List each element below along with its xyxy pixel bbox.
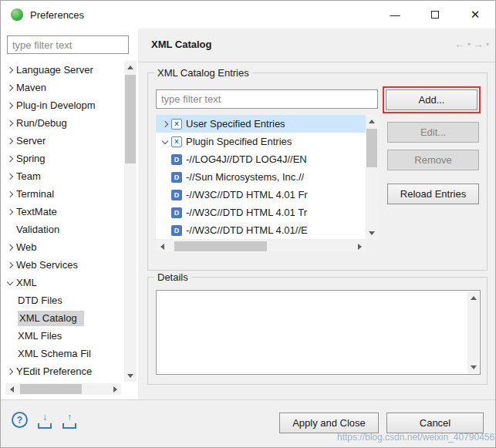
entries-vertical-scrollbar[interactable] [366, 115, 378, 239]
xml-catalog-entries-group: XML Catalog Entries Add... Edit... Remov… [147, 72, 488, 271]
sidebar-item-yedit-preferences[interactable]: YEdit Preference [1, 362, 124, 380]
edit-button[interactable]: Edit... [387, 122, 479, 143]
maximize-button[interactable] [415, 1, 455, 29]
triangle-down-icon [369, 231, 375, 235]
remove-button[interactable]: Remove [387, 150, 479, 170]
window-controls: — ✕ [375, 1, 495, 29]
import-preferences-icon[interactable]: ↓ [36, 415, 53, 429]
scroll-right-button[interactable] [109, 383, 121, 395]
dtd-file-icon: D [171, 154, 182, 165]
scroll-up-button[interactable] [366, 115, 378, 127]
sidebar-item-plugin-development[interactable]: Plug-in Developm [1, 96, 124, 114]
triangle-left-icon [160, 244, 164, 250]
scroll-left-button[interactable] [156, 241, 168, 252]
chevron-right-icon[interactable] [4, 185, 16, 203]
scroll-down-button[interactable] [366, 227, 378, 239]
tray-icon-base [38, 423, 52, 429]
sidebar-item-run-debug[interactable]: Run/Debug [1, 114, 124, 132]
sidebar-item-validation[interactable]: Validation [1, 221, 124, 238]
cancel-button[interactable]: Cancel [386, 413, 484, 433]
chevron-right-icon[interactable] [4, 96, 16, 114]
tree-item-dtd-entry[interactable]: D -//Sun Microsystems, Inc.// [156, 168, 366, 186]
sidebar-item-language-server[interactable]: Language Server [1, 61, 124, 79]
sidebar-item-terminal[interactable]: Terminal [1, 185, 124, 203]
scroll-left-button[interactable] [5, 383, 18, 395]
scroll-down-button[interactable] [124, 369, 137, 382]
maximize-icon [431, 11, 439, 19]
tree-item-dtd-entry[interactable]: D -//LOG4J//DTD LOG4J//EN [156, 150, 366, 168]
sidebar-item-xml-catalog[interactable]: XML Catalog [1, 309, 124, 327]
sidebar-item-dtd-files[interactable]: DTD Files [1, 291, 124, 309]
entries-filter-input[interactable] [156, 89, 378, 109]
scroll-up-button[interactable] [467, 291, 479, 304]
apply-and-close-button[interactable]: Apply and Close [279, 413, 379, 433]
tree-item-plugin-specified-entries[interactable]: X Plugin Specified Entries [156, 133, 366, 150]
scrollbar-thumb[interactable] [366, 129, 377, 167]
add-button[interactable]: Add... [386, 89, 477, 110]
close-button[interactable]: ✕ [455, 1, 495, 29]
chevron-right-icon[interactable] [4, 132, 16, 150]
sidebar-item-xml-files[interactable]: XML Files [1, 327, 124, 345]
sidebar-vertical-scrollbar[interactable] [124, 61, 137, 382]
triangle-up-icon [127, 66, 133, 69]
forward-dropdown-icon[interactable]: ▾ [486, 41, 489, 48]
triangle-up-icon [471, 296, 477, 300]
sidebar-item-spring[interactable]: Spring [1, 150, 124, 167]
chevron-right-icon[interactable] [4, 256, 16, 274]
dtd-file-icon: D [171, 172, 182, 183]
chevron-spacer [4, 221, 16, 238]
tree-item-dtd-entry[interactable]: D -//W3C//DTD HTML 4.01//E [156, 221, 366, 239]
chevron-down-icon[interactable] [159, 133, 171, 150]
export-preferences-icon[interactable]: ↑ [61, 415, 78, 429]
sidebar-filter-input[interactable] [7, 35, 129, 54]
sidebar-horizontal-scrollbar[interactable] [5, 383, 121, 395]
history-navigation: ← ▾ → ▾ [454, 38, 489, 50]
chevron-right-icon[interactable] [4, 203, 16, 221]
sidebar-item-web[interactable]: Web [1, 238, 124, 256]
entries-horizontal-scrollbar[interactable] [156, 241, 366, 252]
chevron-right-icon[interactable] [4, 114, 16, 132]
triangle-down-icon [127, 374, 133, 378]
details-text-area[interactable] [156, 290, 481, 375]
scrollbar-thumb[interactable] [20, 384, 82, 394]
sidebar-item-team[interactable]: Team [1, 167, 124, 185]
page-title: XML Catalog [151, 39, 212, 50]
triangle-right-icon [113, 386, 117, 392]
chevron-down-icon[interactable] [4, 274, 16, 291]
dtd-file-icon: D [171, 207, 182, 218]
details-vertical-scrollbar[interactable] [467, 291, 479, 373]
triangle-right-icon [358, 244, 362, 250]
chevron-right-icon[interactable] [4, 167, 16, 185]
help-icon[interactable]: ? [12, 412, 28, 428]
chevron-right-icon[interactable] [4, 61, 16, 79]
back-button[interactable]: ← [454, 38, 465, 50]
scrollbar-thumb[interactable] [125, 75, 136, 163]
sidebar-item-textmate[interactable]: TextMate [1, 203, 124, 221]
sidebar-item-web-services[interactable]: Web Services [1, 256, 124, 274]
scroll-down-button[interactable] [467, 361, 479, 373]
chevron-right-icon[interactable] [4, 238, 16, 256]
details-group: Details [147, 277, 488, 385]
dialog-footer: ? ↓ ↑ Apply and Close Cancel [1, 399, 495, 448]
chevron-right-icon[interactable] [159, 115, 171, 133]
tree-item-user-specified-entries[interactable]: X User Specified Entries [156, 115, 366, 133]
chevron-right-icon[interactable] [4, 150, 16, 167]
scroll-up-button[interactable] [124, 61, 137, 73]
chevron-right-icon[interactable] [4, 362, 16, 380]
back-dropdown-icon[interactable]: ▾ [467, 41, 471, 48]
xml-catalog-icon: X [171, 136, 182, 147]
scroll-right-button[interactable] [353, 241, 366, 252]
sidebar-item-maven[interactable]: Maven [1, 79, 124, 96]
tree-item-dtd-entry[interactable]: D -//W3C//DTD HTML 4.01 Fr [156, 186, 366, 204]
forward-button[interactable]: → [473, 38, 484, 50]
sidebar-item-xml-schema-files[interactable]: XML Schema Fil [1, 345, 124, 362]
tree-item-dtd-entry[interactable]: D -//W3C//DTD HTML 4.01 Tr [156, 204, 366, 221]
dtd-file-icon: D [171, 190, 182, 200]
sidebar-item-server[interactable]: Server [1, 132, 124, 150]
minimize-button[interactable]: — [375, 1, 415, 29]
scrollbar-thumb[interactable] [174, 241, 267, 251]
reload-entries-button[interactable]: Reload Entries [387, 184, 479, 204]
sidebar-item-xml[interactable]: XML [1, 274, 124, 291]
preferences-tree: Language Server Maven Plug-in Developm R… [1, 61, 124, 380]
chevron-right-icon[interactable] [4, 79, 16, 96]
